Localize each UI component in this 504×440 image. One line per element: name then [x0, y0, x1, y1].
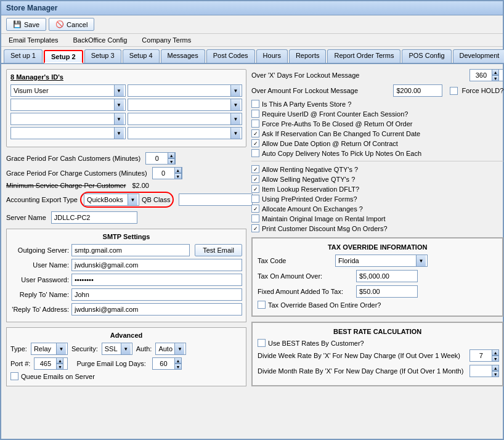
tax-code-arrow[interactable]: ▼ — [416, 255, 426, 266]
tax-entire-order-checkbox[interactable] — [258, 301, 266, 309]
grace-cash-down[interactable]: ▼ — [168, 158, 175, 165]
manager-combo-7[interactable]: ▼ — [10, 127, 126, 139]
manager-combo-3-arrow[interactable]: ▼ — [114, 99, 124, 110]
check-1[interactable]: ✓ — [251, 175, 259, 183]
divide-week-spinner[interactable]: ▲ ▼ — [469, 349, 497, 362]
check-3[interactable] — [251, 195, 259, 203]
smtp-outgoing-input[interactable] — [71, 244, 190, 256]
adv-type-arrow[interactable]: ▼ — [56, 343, 66, 354]
manager-combo-3[interactable]: ▼ — [10, 99, 126, 111]
adv-type-combo[interactable]: Relay ▼ — [31, 343, 68, 355]
adv-port-value[interactable] — [35, 360, 56, 367]
tab-setup4[interactable]: Setup 4 — [123, 49, 160, 63]
manager-combo-2-arrow[interactable]: ▼ — [230, 85, 240, 96]
smtp-replyname-input[interactable] — [71, 288, 242, 301]
qb-class-input[interactable] — [179, 194, 253, 206]
force-preauths-checkbox[interactable] — [251, 120, 259, 128]
lockout-days-up[interactable]: ▲ — [492, 69, 499, 75]
accounting-combo-arrow[interactable]: ▼ — [128, 194, 137, 205]
adv-purge-spinner[interactable]: ▲ ▼ — [152, 357, 180, 370]
accounting-combo[interactable]: QuickBooks ▼ — [84, 194, 139, 206]
manager-combo-1[interactable]: Visum User ▼ — [10, 84, 126, 97]
adv-purge-down[interactable]: ▼ — [174, 364, 182, 370]
use-best-rates-checkbox[interactable] — [258, 339, 266, 347]
ask-reservation-checkbox[interactable]: ✓ — [251, 129, 259, 137]
allow-due-date-checkbox[interactable]: ✓ — [251, 139, 259, 147]
tab-setup1[interactable]: Set up 1 — [4, 49, 43, 63]
divide-month-up[interactable]: ▲ — [492, 365, 499, 371]
check-0[interactable]: ✓ — [251, 165, 259, 173]
party-events-checkbox[interactable] — [251, 100, 259, 108]
smtp-username-input[interactable] — [71, 259, 242, 271]
adv-security-arrow[interactable]: ▼ — [121, 343, 131, 354]
manager-combo-1-arrow[interactable]: ▼ — [114, 85, 124, 96]
smtp-password-input[interactable] — [71, 274, 242, 286]
manager-combo-6-arrow[interactable]: ▼ — [230, 113, 240, 124]
adv-port-up[interactable]: ▲ — [56, 357, 63, 364]
require-userid-checkbox[interactable] — [251, 110, 259, 118]
smtp-replyaddr-input[interactable] — [71, 303, 242, 316]
manager-combo-5[interactable]: ▼ — [10, 113, 126, 125]
divide-week-up[interactable]: ▲ — [492, 349, 499, 356]
queue-emails-checkbox[interactable] — [10, 372, 18, 380]
divide-week-down[interactable]: ▼ — [492, 356, 499, 362]
tab-messages[interactable]: Messages — [161, 49, 205, 63]
adv-auth-arrow[interactable]: ▼ — [174, 343, 184, 354]
check-5[interactable] — [251, 214, 259, 222]
divide-month-down[interactable]: ▼ — [492, 371, 499, 377]
grace-charge-row: Grace Period For Charge Customers (Minut… — [6, 167, 246, 179]
manager-combo-6[interactable]: ▼ — [128, 113, 243, 125]
check-2[interactable]: ✓ — [251, 185, 259, 193]
menu-company-terms[interactable]: Company Terms — [139, 35, 193, 45]
over-amount-input[interactable] — [393, 84, 442, 97]
grace-charge-down[interactable]: ▼ — [174, 173, 182, 179]
adv-purge-up[interactable]: ▲ — [174, 357, 182, 364]
tab-report-order-terms[interactable]: Report Order Terms — [327, 49, 400, 63]
grace-charge-spinner[interactable]: ▲ ▼ — [152, 167, 182, 179]
save-button[interactable]: 💾 Save — [6, 18, 46, 31]
tab-hours[interactable]: Hours — [256, 49, 288, 63]
force-hold-checkbox[interactable] — [450, 87, 458, 95]
divide-week-value[interactable] — [470, 352, 492, 359]
grace-charge-value[interactable] — [153, 169, 174, 177]
tab-pos-config[interactable]: POS Config — [402, 49, 451, 63]
cancel-icon: 🚫 — [55, 20, 64, 28]
manager-combo-4[interactable]: ▼ — [128, 99, 243, 111]
manager-combo-2[interactable]: ▼ — [128, 84, 243, 97]
grace-cash-up[interactable]: ▲ — [168, 152, 175, 158]
manager-combo-8[interactable]: ▼ — [128, 127, 243, 139]
tab-setup2[interactable]: Setup 2 — [44, 50, 83, 63]
grace-cash-value[interactable]: 0 — [146, 155, 168, 162]
divide-month-value[interactable] — [470, 367, 492, 375]
lockout-days-down[interactable]: ▼ — [492, 75, 499, 81]
adv-port-down[interactable]: ▼ — [56, 364, 63, 370]
menu-email-templates[interactable]: Email Templates — [6, 35, 61, 45]
tax-code-combo[interactable]: Florida ▼ — [335, 255, 428, 267]
divide-month-spinner[interactable]: ▲ ▼ — [469, 365, 497, 377]
adv-security-combo[interactable]: SSL ▼ — [102, 343, 132, 355]
lockout-days-value[interactable] — [470, 71, 492, 79]
manager-combo-5-arrow[interactable]: ▼ — [114, 113, 124, 124]
cancel-button[interactable]: 🚫 Cancel — [49, 18, 94, 31]
menu-backoffice-config[interactable]: BackOffice Config — [71, 35, 130, 45]
adv-auth-combo[interactable]: Auto ▼ — [155, 343, 186, 355]
adv-port-spinner[interactable]: ▲ ▼ — [34, 357, 68, 370]
tax-on-amount-input[interactable] — [356, 270, 418, 282]
check-6[interactable]: ✓ — [251, 224, 259, 232]
check-4[interactable]: ✓ — [251, 205, 259, 213]
grace-cash-spinner[interactable]: 0 ▲ ▼ — [145, 152, 176, 165]
tab-development[interactable]: Development — [453, 49, 504, 63]
manager-combo-7-arrow[interactable]: ▼ — [114, 128, 124, 139]
fixed-amount-input[interactable] — [356, 285, 418, 298]
adv-purge-value[interactable] — [153, 360, 174, 367]
manager-combo-4-arrow[interactable]: ▼ — [230, 99, 240, 110]
grace-charge-up[interactable]: ▲ — [174, 167, 182, 173]
server-name-input[interactable] — [51, 211, 137, 224]
manager-combo-8-arrow[interactable]: ▼ — [230, 128, 240, 139]
tab-setup3[interactable]: Setup 3 — [84, 49, 121, 63]
lockout-days-spinner[interactable]: ▲ ▼ — [469, 69, 503, 81]
tab-postcodes[interactable]: Post Codes — [206, 49, 255, 63]
tab-reports[interactable]: Reports — [289, 49, 327, 63]
test-email-button[interactable]: Test Email — [195, 244, 242, 256]
auto-copy-checkbox[interactable] — [251, 149, 259, 157]
